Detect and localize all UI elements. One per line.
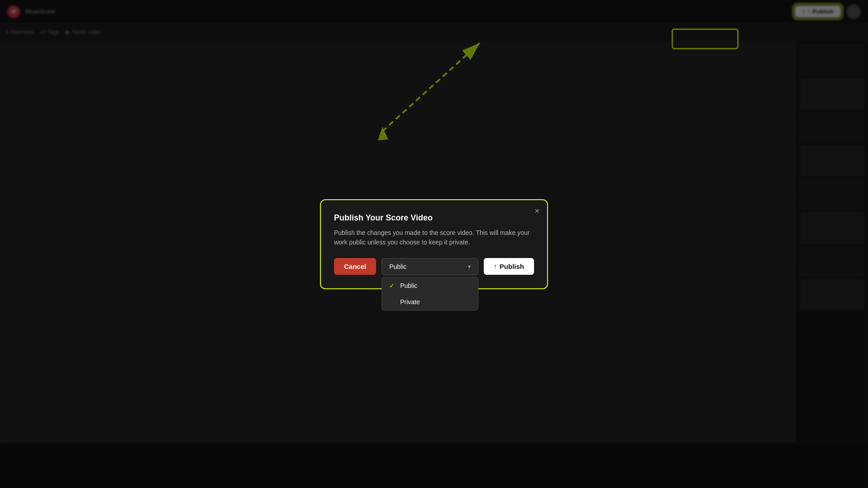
check-icon: ✓: [389, 282, 396, 289]
visibility-dropdown-menu: ✓ Public ✓ Private: [382, 277, 478, 311]
visibility-select-button[interactable]: Public ▾: [382, 258, 478, 275]
visibility-selected-label: Public: [389, 263, 406, 270]
modal-publish-label: Publish: [500, 263, 524, 270]
cancel-button[interactable]: Cancel: [334, 258, 376, 275]
modal-close-button[interactable]: ×: [534, 207, 539, 215]
upload-icon: ↑: [494, 263, 497, 270]
modal-description: Publish the changes you made to the scor…: [334, 228, 534, 247]
modal-title: Publish Your Score Video: [334, 213, 534, 223]
publish-modal: × Publish Your Score Video Publish the c…: [321, 200, 547, 288]
private-option-label: Private: [400, 298, 420, 306]
visibility-container: Public ▾ ✓ Public ✓ Private: [382, 258, 478, 275]
dropdown-item-public[interactable]: ✓ Public: [382, 277, 478, 294]
modal-actions: Cancel Public ▾ ✓ Public ✓ Private: [334, 258, 534, 275]
dropdown-item-private[interactable]: ✓ Private: [382, 294, 478, 310]
modal-overlay: × Publish Your Score Video Publish the c…: [0, 0, 868, 488]
chevron-down-icon: ▾: [468, 263, 471, 270]
public-option-label: Public: [400, 282, 417, 289]
modal-publish-button[interactable]: ↑ Publish: [484, 258, 534, 275]
